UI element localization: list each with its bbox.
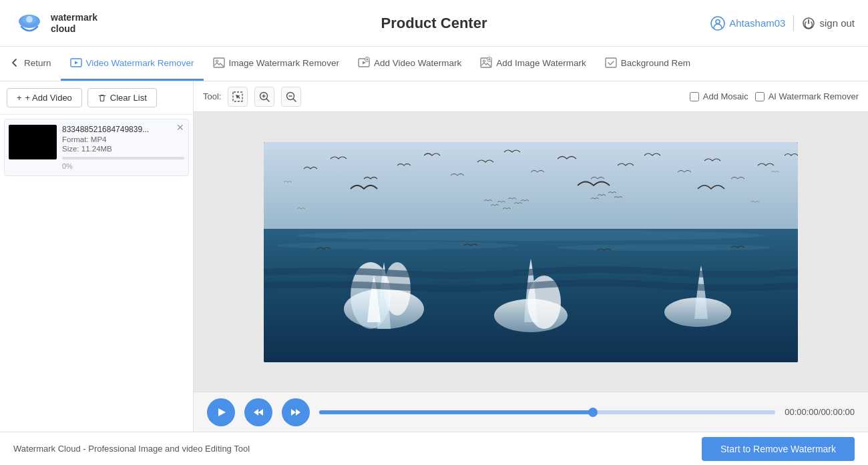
signout-icon xyxy=(802,17,815,30)
play-button[interactable] xyxy=(207,398,235,426)
app-header: watermark cloud Product Center Ahtasham0… xyxy=(0,0,868,47)
left-toolbar: + + Add Video Clear List xyxy=(0,81,193,115)
right-panel: Tool: xyxy=(194,81,868,432)
tab-background-rem[interactable]: Background Rem xyxy=(596,47,700,81)
file-thumbnail xyxy=(9,125,57,159)
product-center-label: Product Center xyxy=(381,15,487,32)
file-format: Format: MP4 xyxy=(62,135,184,143)
signout-label: sign out xyxy=(819,17,855,29)
tab-add-video-watermark[interactable]: Add Video Watermark xyxy=(349,47,471,81)
zoom-out-icon xyxy=(285,91,297,103)
progress-track[interactable] xyxy=(319,410,775,414)
tab-add-image-watermark-label: Add Image Watermark xyxy=(496,58,586,68)
file-item: 833488521684749839... Format: MP4 Size: … xyxy=(4,119,189,176)
tab-image-watermark-remover-label: Image Watermark Remover xyxy=(229,58,339,68)
selection-tool-button[interactable] xyxy=(228,87,248,107)
video-canvas xyxy=(264,142,798,362)
tab-add-video-watermark-label: Add Video Watermark xyxy=(374,58,461,68)
return-arrow-icon xyxy=(9,57,20,68)
file-size: Size: 11.24MB xyxy=(62,145,184,153)
add-mosaic-label: Add Mosaic xyxy=(703,91,748,101)
header-divider xyxy=(793,15,794,31)
clear-list-label: Clear List xyxy=(110,93,147,103)
svg-line-24 xyxy=(266,99,269,101)
logo-text: watermark cloud xyxy=(51,12,97,35)
svg-line-27 xyxy=(293,99,296,101)
svg-point-32 xyxy=(558,244,771,251)
left-panel: + + Add Video Clear List 833488521684749… xyxy=(0,81,194,432)
fast-forward-button[interactable] xyxy=(282,398,310,426)
tab-add-image-watermark[interactable]: Add Image Watermark xyxy=(471,47,596,81)
footer: Watermark Cloud - Professional Image and… xyxy=(0,432,868,465)
add-image-icon xyxy=(480,57,492,69)
header-right: Ahtasham03 sign out xyxy=(710,15,855,31)
add-video-label: + Add Video xyxy=(25,93,72,103)
video-frame-svg xyxy=(264,142,798,362)
rewind-icon xyxy=(252,406,264,418)
svg-point-30 xyxy=(297,230,765,241)
ai-watermark-remover-area[interactable]: AI Watermark Remover xyxy=(755,91,859,101)
ai-watermark-remover-checkbox[interactable] xyxy=(755,92,765,101)
ai-watermark-remover-label: AI Watermark Remover xyxy=(769,91,859,101)
tab-background-rem-label: Background Rem xyxy=(621,58,690,68)
add-video-icon xyxy=(358,57,370,69)
user-area[interactable]: Ahtasham03 xyxy=(710,16,785,31)
zoom-in-button[interactable] xyxy=(254,87,274,107)
svg-point-2 xyxy=(26,16,33,23)
file-progress-text: 0% xyxy=(62,162,184,170)
footer-description: Watermark Cloud - Professional Image and… xyxy=(13,444,250,454)
return-label: Return xyxy=(24,58,51,68)
file-name: 833488521684749839... xyxy=(62,125,184,134)
video-watermark-icon xyxy=(70,57,82,69)
clear-list-button[interactable]: Clear List xyxy=(87,88,157,107)
logo-area: watermark cloud xyxy=(13,9,97,37)
logo-icon xyxy=(13,9,45,37)
player-controls: 00:00:00/00:00:00 xyxy=(194,392,868,432)
tab-video-watermark-remover[interactable]: Video Watermark Remover xyxy=(61,47,204,81)
time-display: 00:00:00/00:00:00 xyxy=(785,407,855,417)
svg-rect-19 xyxy=(606,58,616,67)
file-info: 833488521684749839... Format: MP4 Size: … xyxy=(62,125,184,170)
add-mosaic-checkbox[interactable] xyxy=(690,92,699,101)
fast-forward-icon xyxy=(290,406,302,418)
svg-point-31 xyxy=(277,242,517,250)
user-icon xyxy=(710,16,725,31)
main-content: + + Add Video Clear List 833488521684749… xyxy=(0,81,868,432)
add-video-button[interactable]: + + Add Video xyxy=(7,88,82,107)
rewind-button[interactable] xyxy=(244,398,272,426)
svg-point-9 xyxy=(216,60,218,62)
zoom-in-icon xyxy=(258,91,270,103)
selection-icon xyxy=(232,91,244,103)
trash-icon xyxy=(97,93,107,103)
nav-tabs: Return Video Watermark Remover Image Wat… xyxy=(0,47,868,81)
tool-label: Tool: xyxy=(203,91,221,101)
image-watermark-icon xyxy=(213,57,225,69)
file-list: 833488521684749839... Format: MP4 Size: … xyxy=(0,115,193,432)
progress-thumb xyxy=(588,408,598,417)
plus-icon: + xyxy=(17,93,22,103)
file-progress-bar xyxy=(62,157,184,159)
progress-fill xyxy=(319,410,593,414)
tab-image-watermark-remover[interactable]: Image Watermark Remover xyxy=(204,47,349,81)
return-button[interactable]: Return xyxy=(7,47,61,81)
svg-point-15 xyxy=(483,60,485,62)
add-mosaic-area[interactable]: Add Mosaic xyxy=(690,91,748,101)
video-area xyxy=(194,112,868,392)
file-close-button[interactable]: ✕ xyxy=(175,122,186,133)
signout-area[interactable]: sign out xyxy=(802,17,855,30)
background-rem-icon xyxy=(605,57,617,69)
play-icon xyxy=(215,406,227,418)
svg-point-4 xyxy=(716,19,720,23)
start-remove-watermark-button[interactable]: Start to Remove Watermark xyxy=(702,437,855,461)
username-label: Ahtasham03 xyxy=(729,17,785,29)
zoom-out-button[interactable] xyxy=(281,87,301,107)
tool-bar: Tool: xyxy=(194,81,868,112)
tab-video-watermark-remover-label: Video Watermark Remover xyxy=(86,58,194,68)
